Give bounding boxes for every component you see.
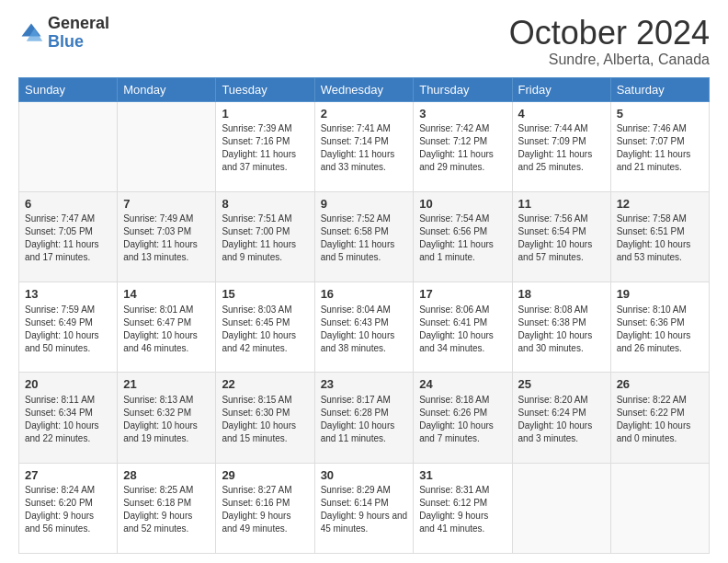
day-number: 9: [321, 196, 408, 213]
logo-general: General: [48, 15, 109, 33]
day-info: Sunrise: 7:56 AM Sunset: 6:54 PM Dayligh…: [518, 213, 605, 264]
day-info: Sunrise: 7:52 AM Sunset: 6:58 PM Dayligh…: [321, 213, 408, 264]
day-info: Sunrise: 8:31 AM Sunset: 6:12 PM Dayligh…: [419, 484, 506, 535]
day-number: 21: [123, 376, 210, 393]
day-number: 11: [518, 196, 605, 213]
table-row: 6Sunrise: 7:47 AM Sunset: 7:05 PM Daylig…: [19, 191, 118, 282]
day-number: 23: [321, 376, 408, 393]
table-row: [512, 463, 610, 553]
day-info: Sunrise: 8:29 AM Sunset: 6:14 PM Dayligh…: [321, 484, 408, 535]
day-number: 2: [321, 106, 408, 122]
day-info: Sunrise: 7:54 AM Sunset: 6:56 PM Dayligh…: [419, 213, 506, 264]
calendar-week-row: 20Sunrise: 8:11 AM Sunset: 6:34 PM Dayli…: [19, 373, 710, 463]
day-number: 15: [222, 286, 308, 303]
header: General Blue October 2024 Sundre, Albert…: [18, 15, 710, 68]
table-row: [118, 101, 216, 191]
table-row: 4Sunrise: 7:44 AM Sunset: 7:09 PM Daylig…: [512, 101, 610, 191]
day-number: 1: [222, 106, 308, 122]
day-info: Sunrise: 7:59 AM Sunset: 6:49 PM Dayligh…: [25, 304, 111, 355]
title-block: October 2024 Sundre, Alberta, Canada: [509, 15, 710, 68]
day-number: 31: [419, 467, 506, 484]
col-friday: Friday: [512, 77, 610, 101]
day-info: Sunrise: 7:46 AM Sunset: 7:07 PM Dayligh…: [617, 122, 703, 174]
day-info: Sunrise: 8:01 AM Sunset: 6:47 PM Dayligh…: [123, 304, 210, 355]
calendar-week-row: 1Sunrise: 7:39 AM Sunset: 7:16 PM Daylig…: [19, 101, 710, 191]
table-row: 16Sunrise: 8:04 AM Sunset: 6:43 PM Dayli…: [314, 282, 414, 373]
day-number: 16: [321, 286, 408, 303]
day-number: 22: [222, 376, 308, 393]
day-info: Sunrise: 8:22 AM Sunset: 6:22 PM Dayligh…: [617, 394, 703, 445]
page: General Blue October 2024 Sundre, Albert…: [0, 0, 728, 563]
day-info: Sunrise: 8:10 AM Sunset: 6:36 PM Dayligh…: [617, 304, 703, 355]
col-tuesday: Tuesday: [216, 77, 314, 101]
col-monday: Monday: [118, 77, 216, 101]
day-number: 29: [222, 467, 308, 484]
day-info: Sunrise: 7:51 AM Sunset: 7:00 PM Dayligh…: [222, 213, 308, 264]
table-row: 28Sunrise: 8:25 AM Sunset: 6:18 PM Dayli…: [118, 463, 216, 553]
col-wednesday: Wednesday: [314, 77, 414, 101]
table-row: 15Sunrise: 8:03 AM Sunset: 6:45 PM Dayli…: [216, 282, 314, 373]
table-row: 26Sunrise: 8:22 AM Sunset: 6:22 PM Dayli…: [610, 373, 709, 463]
day-info: Sunrise: 8:15 AM Sunset: 6:30 PM Dayligh…: [222, 394, 308, 445]
col-sunday: Sunday: [19, 77, 118, 101]
day-info: Sunrise: 8:20 AM Sunset: 6:24 PM Dayligh…: [518, 394, 605, 445]
table-row: 11Sunrise: 7:56 AM Sunset: 6:54 PM Dayli…: [512, 191, 610, 282]
day-info: Sunrise: 8:24 AM Sunset: 6:20 PM Dayligh…: [25, 484, 111, 535]
table-row: 5Sunrise: 7:46 AM Sunset: 7:07 PM Daylig…: [610, 101, 709, 191]
logo-icon: [18, 20, 44, 46]
day-info: Sunrise: 7:58 AM Sunset: 6:51 PM Dayligh…: [617, 213, 703, 264]
day-number: 26: [617, 376, 703, 393]
table-row: 21Sunrise: 8:13 AM Sunset: 6:32 PM Dayli…: [118, 373, 216, 463]
table-row: 9Sunrise: 7:52 AM Sunset: 6:58 PM Daylig…: [314, 191, 414, 282]
table-row: 31Sunrise: 8:31 AM Sunset: 6:12 PM Dayli…: [414, 463, 512, 553]
table-row: 8Sunrise: 7:51 AM Sunset: 7:00 PM Daylig…: [216, 191, 314, 282]
table-row: 29Sunrise: 8:27 AM Sunset: 6:16 PM Dayli…: [216, 463, 314, 553]
table-row: 2Sunrise: 7:41 AM Sunset: 7:14 PM Daylig…: [314, 101, 414, 191]
day-info: Sunrise: 8:08 AM Sunset: 6:38 PM Dayligh…: [518, 304, 605, 355]
day-info: Sunrise: 8:03 AM Sunset: 6:45 PM Dayligh…: [222, 304, 308, 355]
table-row: 27Sunrise: 8:24 AM Sunset: 6:20 PM Dayli…: [19, 463, 118, 553]
calendar-week-row: 27Sunrise: 8:24 AM Sunset: 6:20 PM Dayli…: [19, 463, 710, 553]
day-info: Sunrise: 8:06 AM Sunset: 6:41 PM Dayligh…: [419, 304, 506, 355]
table-row: 18Sunrise: 8:08 AM Sunset: 6:38 PM Dayli…: [512, 282, 610, 373]
table-row: 10Sunrise: 7:54 AM Sunset: 6:56 PM Dayli…: [414, 191, 512, 282]
month-title: October 2024: [509, 15, 710, 52]
logo-text: General Blue: [48, 15, 109, 52]
day-info: Sunrise: 8:27 AM Sunset: 6:16 PM Dayligh…: [222, 484, 308, 535]
day-number: 3: [419, 106, 506, 122]
day-number: 17: [419, 286, 506, 303]
day-number: 10: [419, 196, 506, 213]
calendar-week-row: 13Sunrise: 7:59 AM Sunset: 6:49 PM Dayli…: [19, 282, 710, 373]
table-row: 19Sunrise: 8:10 AM Sunset: 6:36 PM Dayli…: [610, 282, 709, 373]
table-row: 24Sunrise: 8:18 AM Sunset: 6:26 PM Dayli…: [414, 373, 512, 463]
calendar-header-row: Sunday Monday Tuesday Wednesday Thursday…: [19, 77, 710, 101]
day-number: 6: [25, 196, 111, 213]
logo-blue: Blue: [48, 33, 109, 52]
day-info: Sunrise: 7:42 AM Sunset: 7:12 PM Dayligh…: [419, 122, 506, 174]
table-row: 1Sunrise: 7:39 AM Sunset: 7:16 PM Daylig…: [216, 101, 314, 191]
day-number: 12: [617, 196, 703, 213]
day-number: 8: [222, 196, 308, 213]
day-info: Sunrise: 7:47 AM Sunset: 7:05 PM Dayligh…: [25, 213, 111, 264]
day-number: 28: [123, 467, 210, 484]
day-info: Sunrise: 8:17 AM Sunset: 6:28 PM Dayligh…: [321, 394, 408, 445]
table-row: 7Sunrise: 7:49 AM Sunset: 7:03 PM Daylig…: [118, 191, 216, 282]
col-thursday: Thursday: [414, 77, 512, 101]
day-number: 19: [617, 286, 703, 303]
day-number: 5: [617, 106, 703, 122]
calendar-table: Sunday Monday Tuesday Wednesday Thursday…: [18, 77, 710, 554]
table-row: 12Sunrise: 7:58 AM Sunset: 6:51 PM Dayli…: [610, 191, 709, 282]
day-info: Sunrise: 8:04 AM Sunset: 6:43 PM Dayligh…: [321, 304, 408, 355]
table-row: [610, 463, 709, 553]
day-number: 24: [419, 376, 506, 393]
day-number: 18: [518, 286, 605, 303]
table-row: 13Sunrise: 7:59 AM Sunset: 6:49 PM Dayli…: [19, 282, 118, 373]
day-info: Sunrise: 7:41 AM Sunset: 7:14 PM Dayligh…: [321, 122, 408, 174]
calendar-week-row: 6Sunrise: 7:47 AM Sunset: 7:05 PM Daylig…: [19, 191, 710, 282]
table-row: 22Sunrise: 8:15 AM Sunset: 6:30 PM Dayli…: [216, 373, 314, 463]
table-row: 3Sunrise: 7:42 AM Sunset: 7:12 PM Daylig…: [414, 101, 512, 191]
location-subtitle: Sundre, Alberta, Canada: [509, 52, 710, 68]
day-number: 20: [25, 376, 111, 393]
day-number: 25: [518, 376, 605, 393]
table-row: [19, 101, 118, 191]
